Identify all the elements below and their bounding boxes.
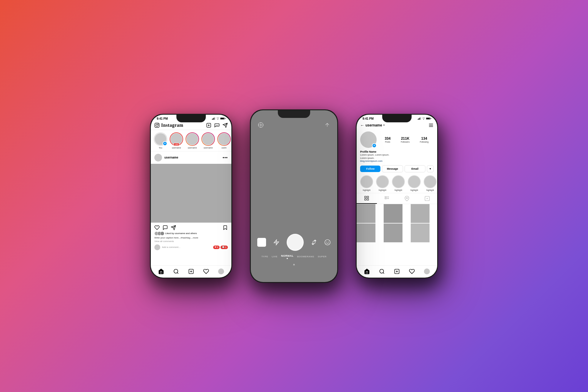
camera-settings-icon[interactable] <box>258 122 264 128</box>
ig-logo: Instagram <box>154 123 183 128</box>
story-item-you[interactable]: + You <box>154 132 167 149</box>
instagram-header: Instagram <box>151 121 231 130</box>
highlight-2[interactable]: highlight <box>376 175 389 191</box>
new-post-icon[interactable] <box>206 123 211 128</box>
message-button[interactable]: Message <box>382 165 403 172</box>
tab-grid[interactable] <box>357 193 377 204</box>
svg-marker-23 <box>274 239 279 245</box>
grid-tab-icon <box>364 196 369 201</box>
highlights-row: highlight highlight highlight highlight … <box>357 174 437 193</box>
chevron-down-icon[interactable]: ▾ <box>383 124 385 126</box>
list-tab-icon <box>384 196 390 201</box>
bookmark-icon[interactable] <box>223 225 228 230</box>
nav-add-icon-3[interactable] <box>394 268 400 274</box>
shutter-button[interactable] <box>287 234 304 251</box>
notch-1 <box>176 115 206 122</box>
comment-icon[interactable] <box>163 225 168 230</box>
bio-name: Profile Name <box>360 150 434 153</box>
story-name-live: username <box>170 147 183 149</box>
phone-2-camera: TYPE LIVE NORMAL BOOMERANG SUPER ▲ <box>250 109 338 283</box>
add-story-btn[interactable]: + <box>163 141 167 146</box>
grid-post-6[interactable] <box>411 223 430 242</box>
grid-post-1[interactable] <box>357 204 375 223</box>
wifi-icon-3 <box>422 117 425 120</box>
grid-post-4[interactable] <box>357 223 375 242</box>
bottom-nav-1 <box>151 265 231 278</box>
story-name-you: You <box>154 147 167 149</box>
share-icon[interactable] <box>171 225 176 230</box>
comment-badge-count: 1 <box>225 246 226 248</box>
story-item-3[interactable]: usern <box>217 132 231 149</box>
nav-profile-avatar[interactable] <box>218 268 224 274</box>
tab-list[interactable] <box>377 193 397 204</box>
flip-camera-icon[interactable] <box>311 239 317 246</box>
highlight-circle-1 <box>360 175 373 188</box>
post-image <box>151 164 231 223</box>
grid-post-3[interactable] <box>411 204 430 223</box>
profile-bio: Profile Name Lorem ipsum. Lorem ipsum. L… <box>357 150 437 164</box>
post-menu-dots[interactable]: ••• <box>223 155 228 160</box>
story-name-2: username <box>201 147 215 149</box>
highlight-1[interactable]: highlight <box>360 175 373 191</box>
email-button[interactable]: Email <box>405 165 425 172</box>
highlight-3[interactable]: highlight <box>392 175 405 191</box>
follow-button[interactable]: Follow <box>360 166 380 172</box>
profile-add-story-btn[interactable]: + <box>372 143 377 148</box>
back-button[interactable]: ← <box>360 123 364 128</box>
highlight-label-4: highlight <box>410 189 418 191</box>
ig-header-icons <box>206 123 228 128</box>
story-item-2[interactable]: username <box>201 132 215 149</box>
send-icon[interactable] <box>223 123 228 128</box>
nav-home-icon[interactable] <box>158 268 164 274</box>
comment-badges: ❤ 2 💬 1 <box>213 246 228 249</box>
hamburger-menu-icon[interactable] <box>428 123 434 128</box>
nav-add-icon[interactable] <box>188 268 194 274</box>
mode-normal-active[interactable]: NORMAL <box>281 254 294 259</box>
like-badge-count: 2 <box>217 246 218 248</box>
tagged-tab-icon <box>425 196 430 201</box>
like-badge: ❤ 2 <box>213 246 220 249</box>
like-icon[interactable] <box>154 225 160 230</box>
story-item-1[interactable]: username <box>186 132 199 149</box>
svg-rect-37 <box>365 196 366 198</box>
tab-tagged[interactable] <box>417 193 437 204</box>
effects-icon[interactable] <box>324 239 331 246</box>
dropdown-button[interactable]: ▾ <box>427 165 434 172</box>
svg-rect-1 <box>213 118 213 120</box>
tab-location[interactable] <box>397 193 417 204</box>
location-tab-icon <box>404 196 410 201</box>
comment-input[interactable]: Add a comment... <box>162 246 211 248</box>
mode-super[interactable]: SUPER <box>318 255 327 258</box>
mode-boomerang[interactable]: BOOMERANG <box>297 255 314 258</box>
bio-link[interactable]: blog.loremipsum.com <box>360 160 434 162</box>
nav-search-icon[interactable] <box>173 268 179 274</box>
grid-post-5[interactable] <box>384 223 402 242</box>
messenger-icon[interactable] <box>214 123 220 128</box>
phones-container: 9:41 PM <box>150 109 438 283</box>
profile-actions: Follow Message Email ▾ <box>357 164 437 174</box>
story-item-live[interactable]: LIVE username <box>170 132 183 149</box>
nav-heart-icon[interactable] <box>203 268 209 274</box>
nav-profile-avatar-3[interactable] <box>424 268 430 274</box>
camera-type-btn[interactable] <box>257 238 266 247</box>
svg-rect-7 <box>155 123 159 127</box>
view-comments[interactable]: View all comments <box>151 240 231 243</box>
camera-flip-icon[interactable] <box>324 122 330 128</box>
highlight-4[interactable]: highlight <box>408 175 421 191</box>
nav-heart-icon-3[interactable] <box>409 268 415 274</box>
posts-count: 334 <box>385 136 390 141</box>
mode-live[interactable]: LIVE <box>272 255 278 258</box>
svg-line-12 <box>177 273 178 274</box>
nav-search-icon-3[interactable] <box>379 268 385 274</box>
svg-rect-30 <box>420 117 421 120</box>
highlight-circle-2 <box>376 175 389 188</box>
svg-rect-2 <box>214 118 214 120</box>
flash-icon[interactable] <box>273 239 280 246</box>
grid-post-2[interactable] <box>384 204 402 223</box>
highlight-5[interactable]: highlight <box>424 175 437 191</box>
followers-count: 211K <box>401 136 410 141</box>
nav-home-icon-3[interactable] <box>364 268 370 274</box>
mode-type[interactable]: TYPE <box>261 255 268 258</box>
commenter-avatar <box>154 244 160 250</box>
notch-3 <box>382 115 412 122</box>
